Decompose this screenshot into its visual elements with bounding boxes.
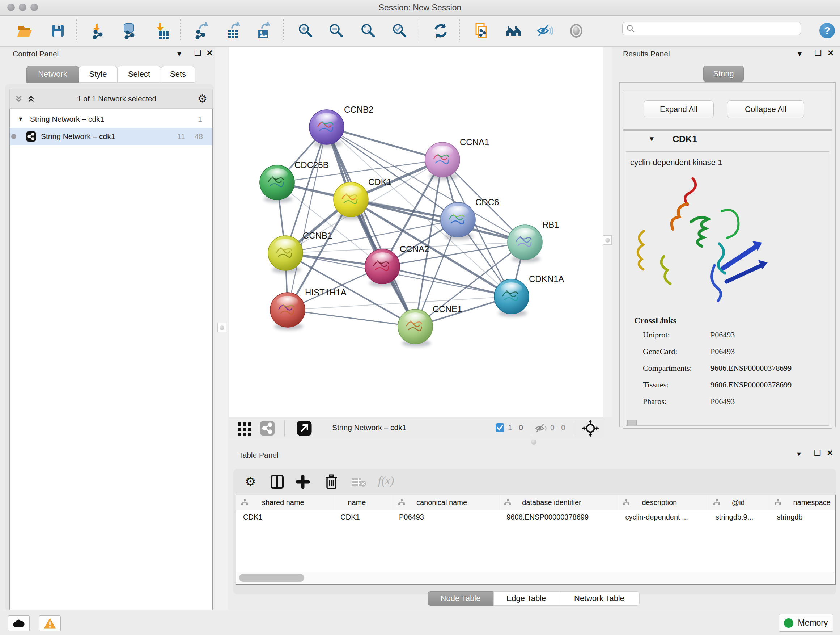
control-panel-float-icon[interactable]: ❑ [194,49,202,58]
column-header[interactable]: shared name [236,495,333,510]
table-cell[interactable]: CDK1 [236,510,333,524]
network-node[interactable] [494,279,529,317]
homes-icon[interactable] [505,22,523,40]
table-cell[interactable]: P06493 [393,510,499,524]
table-cell[interactable]: stringdb [769,510,835,524]
warnings-button[interactable] [39,616,61,631]
network-node[interactable] [425,142,460,180]
search-box[interactable] [622,22,801,35]
network-node[interactable] [398,309,433,347]
network-node[interactable] [441,203,475,240]
table-horizontal-scrollbar[interactable] [237,572,834,583]
tab-node-table[interactable]: Node Table [428,591,493,606]
refresh-icon[interactable] [432,22,449,40]
tab-sets[interactable]: Sets [161,66,195,82]
selected-checkbox-icon[interactable] [495,423,505,432]
tree-expander-icon[interactable]: ▼ [18,116,24,122]
search-input[interactable] [635,24,792,33]
left-splitter-handle[interactable] [218,323,226,333]
results-panel-close-icon[interactable]: ✕ [827,49,834,58]
control-panel-close-icon[interactable]: ✕ [206,49,213,58]
mini-scrollbar-stub[interactable] [627,420,637,425]
import-network-from-file-icon[interactable] [90,22,107,40]
export-image-icon[interactable] [255,22,272,40]
table-cell[interactable]: cyclin-dependent ... [618,510,708,524]
crosslink-link[interactable]: 9606.ENSP00000378699 [711,380,791,390]
cloud-button[interactable] [8,616,30,631]
collapse-all-button[interactable]: Collapse All [727,100,804,119]
tab-string[interactable]: String [703,65,744,82]
zoom-in-icon[interactable] [297,22,314,40]
scrollbar-thumb[interactable] [239,574,304,582]
table-row[interactable]: CDK1CDK1P064939606.ENSP00000378699cyclin… [236,510,835,524]
network-node[interactable] [268,236,303,273]
right-splitter[interactable] [603,47,612,417]
table-cell[interactable]: CDK1 [333,510,393,524]
collapse-all-tree-icon[interactable] [27,94,36,103]
import-table-from-file-icon[interactable] [153,22,171,40]
crosslink-link[interactable]: P06493 [711,397,735,406]
column-header[interactable]: @id [708,495,770,510]
import-network-from-database-icon[interactable] [121,22,138,40]
save-session-icon[interactable] [49,22,66,40]
network-edge[interactable] [382,266,512,296]
import-string-network-icon[interactable] [472,22,490,40]
hide-selected-eye-icon[interactable] [536,22,553,40]
network-overview-icon[interactable] [259,420,275,436]
birdseye-grid-icon[interactable] [236,420,254,438]
expand-all-button[interactable]: Expand All [644,100,714,119]
column-header[interactable]: name [333,495,393,510]
tab-select[interactable]: Select [117,66,161,82]
help-button[interactable]: ? [819,23,835,38]
results-panel-collapse-icon[interactable]: ▾ [798,49,802,59]
delete-column-trash-icon[interactable] [325,474,338,490]
tab-network[interactable]: Network [27,66,79,82]
export-table-icon[interactable] [225,22,242,40]
crosslink-link[interactable]: P06493 [711,347,735,356]
left-splitter[interactable] [215,47,228,611]
column-header[interactable]: namespace [769,495,835,510]
table-cell[interactable]: stringdb:9... [708,510,770,524]
network-node[interactable] [270,293,305,330]
network-edge[interactable] [287,127,327,310]
network-canvas[interactable]: CCNB2CCNA1CDC25BCDK1CDC6RB1CCNB1CCNA2CDK… [229,47,603,417]
crosslink-link[interactable]: P06493 [711,330,735,340]
network-node[interactable] [333,182,368,220]
node-table[interactable]: shared namenamecanonical namedatabase id… [235,494,836,585]
network-tree-root-row[interactable]: ▼ String Network – cdk1 1 [10,111,212,128]
table-panel-float-icon[interactable]: ❑ [814,448,821,458]
show-all-eye-icon[interactable] [568,22,585,40]
column-header[interactable]: database identifier [499,495,618,510]
tab-style[interactable]: Style [79,66,117,82]
tab-edge-table[interactable]: Edge Table [493,591,559,606]
zoom-fit-icon[interactable] [360,22,377,40]
open-in-new-window-icon[interactable] [296,420,312,436]
export-network-icon[interactable] [193,22,210,40]
show-columns-icon[interactable] [270,475,284,489]
results-panel-float-icon[interactable]: ❑ [815,49,822,58]
gene-expander-icon[interactable]: ▼ [648,135,655,143]
crosslink-link[interactable]: 9606.ENSP00000378699 [711,363,791,373]
tab-network-table[interactable]: Network Table [559,591,639,606]
network-node[interactable] [365,249,400,287]
table-settings-gear-icon[interactable]: ⚙ [245,475,256,488]
add-column-icon[interactable] [295,475,310,489]
network-node[interactable] [260,165,294,203]
control-panel-collapse-icon[interactable]: ▾ [177,49,181,59]
column-header[interactable]: description [618,495,708,510]
center-view-crosshair-icon[interactable] [582,420,599,437]
memory-button[interactable]: Memory [779,614,833,632]
table-cell[interactable]: 9606.ENSP00000378699 [499,510,618,524]
horizontal-splitter-handle[interactable] [531,440,537,445]
network-node[interactable] [508,225,542,263]
network-edge[interactable] [287,310,415,326]
right-splitter-handle[interactable] [603,235,612,245]
table-panel-close-icon[interactable]: ✕ [827,448,833,458]
open-session-icon[interactable] [16,22,33,40]
zoom-selected-icon[interactable] [391,22,409,40]
network-tree-child-row[interactable]: String Network – cdk1 11 48 [10,128,212,145]
zoom-out-icon[interactable] [328,22,345,40]
table-panel-collapse-icon[interactable]: ▾ [797,449,801,459]
network-options-gear-icon[interactable]: ⚙ [197,93,207,104]
expand-all-tree-icon[interactable] [14,94,24,103]
